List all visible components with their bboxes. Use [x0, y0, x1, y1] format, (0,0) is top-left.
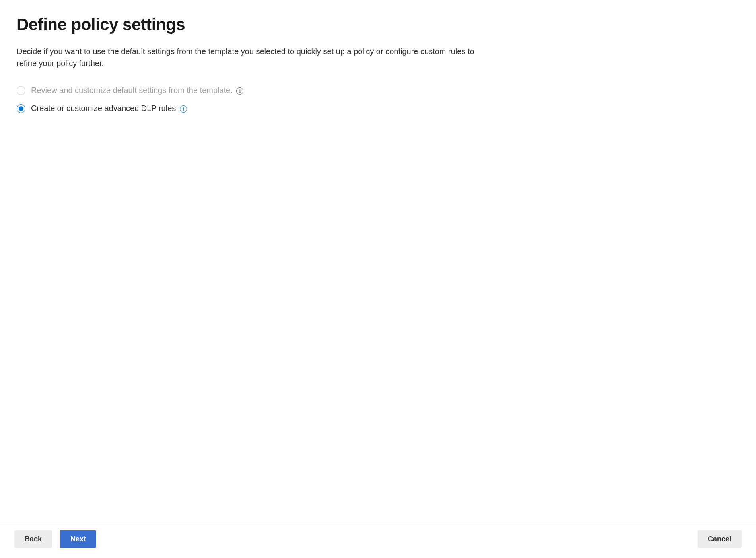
next-button[interactable]: Next: [60, 530, 96, 548]
cancel-button[interactable]: Cancel: [698, 530, 742, 548]
page-description: Decide if you want to use the default se…: [17, 45, 494, 69]
radio-label-review-default: Review and customize default settings fr…: [31, 86, 233, 95]
radio-circle[interactable]: [17, 104, 25, 113]
radio-label-create-advanced: Create or customize advanced DLP rules: [31, 104, 176, 113]
radio-circle: [17, 86, 25, 95]
info-icon[interactable]: i: [180, 105, 187, 113]
radio-option-create-advanced[interactable]: Create or customize advanced DLP rules i: [17, 104, 739, 113]
page-title: Define policy settings: [17, 15, 739, 34]
main-content: Define policy settings Decide if you wan…: [0, 0, 756, 522]
policy-settings-radio-group: Review and customize default settings fr…: [17, 86, 739, 113]
radio-option-review-default: Review and customize default settings fr…: [17, 86, 739, 95]
info-icon[interactable]: i: [236, 87, 243, 95]
wizard-footer: Back Next Cancel: [0, 522, 756, 558]
back-button[interactable]: Back: [14, 530, 52, 548]
